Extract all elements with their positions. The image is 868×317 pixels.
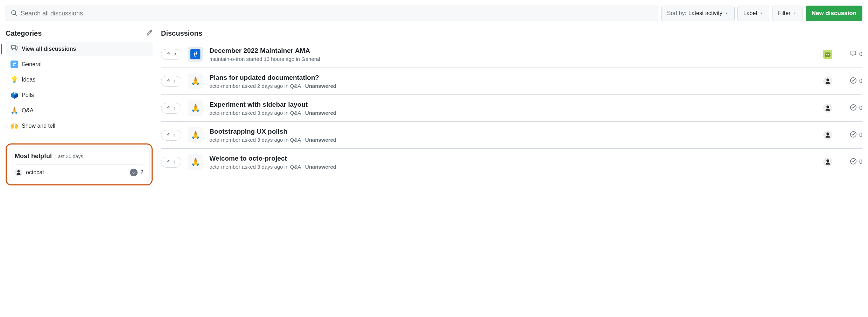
sidebar-item-q-a[interactable]: 🙏Q&A	[6, 104, 153, 118]
arrow-up-icon	[166, 132, 171, 138]
upvote-count: 1	[173, 159, 176, 165]
bulb-icon: 💡	[10, 76, 18, 84]
discussion-title[interactable]: December 2022 Maintainer AMA	[209, 47, 817, 55]
search-icon	[11, 10, 17, 17]
check-circle-icon	[850, 77, 856, 85]
answer-count[interactable]: 0	[846, 158, 862, 166]
categories-heading: Categories	[6, 29, 42, 37]
count-value: 0	[859, 105, 862, 111]
svg-point-7	[826, 160, 829, 162]
sidebar-item-label: View all discussions	[22, 46, 76, 52]
pray-icon: 🙏	[10, 107, 18, 114]
hash-icon: #	[10, 61, 18, 68]
most-helpful-title: Most helpful	[15, 153, 52, 160]
check-circle-icon	[850, 131, 856, 139]
ballot-icon: 🗳️	[10, 91, 18, 99]
author-avatar[interactable]	[823, 77, 832, 86]
author-avatar[interactable]	[823, 50, 832, 59]
upvote-count: 1	[173, 105, 176, 111]
svg-point-3	[828, 54, 830, 55]
discussion-meta: octo-member asked 2 days ago in Q&A · Un…	[209, 83, 817, 89]
discussion-row: 1🙏Experiment with sidebar layoutocto-mem…	[161, 95, 862, 122]
discussion-meta: octo-member asked 3 days ago in Q&A · Un…	[209, 137, 817, 143]
chevron-down-icon	[724, 11, 729, 15]
count-value: 0	[859, 132, 862, 138]
arrow-up-icon	[166, 51, 171, 57]
category-pray-icon: 🙏	[188, 127, 203, 143]
svg-point-4	[826, 79, 829, 82]
svg-point-5	[826, 106, 829, 108]
author-avatar[interactable]	[823, 131, 832, 140]
count-value: 0	[859, 51, 862, 57]
sidebar-item-label: Polls	[22, 92, 34, 98]
discussion-row: 1🙏Bootstrapping UX polishocto-member ask…	[161, 122, 862, 149]
upvote-button[interactable]: 1	[161, 103, 181, 114]
category-pray-icon: 🙏	[188, 73, 203, 89]
most-helpful-panel: Most helpful Last 30 days octocat 2	[6, 143, 153, 185]
upvote-count: 1	[173, 78, 176, 84]
search-box[interactable]	[6, 6, 658, 21]
hands-icon: 🙌	[10, 122, 18, 130]
label-button[interactable]: Label	[737, 6, 769, 21]
arrow-up-icon	[166, 78, 171, 84]
edit-categories-icon[interactable]	[146, 30, 153, 37]
category-pray-icon: 🙏	[188, 100, 203, 116]
discussion-meta: maintain-o-tron started 13 hours ago in …	[209, 56, 817, 62]
check-circle-icon	[850, 104, 856, 112]
answer-count[interactable]: 0	[846, 77, 862, 85]
sort-button[interactable]: Sort by: Latest activity	[661, 6, 735, 21]
comment-count[interactable]: 0	[846, 50, 862, 58]
discussion-title[interactable]: Plans for updated documentation?	[209, 74, 817, 82]
arrow-up-icon	[166, 105, 171, 111]
upvote-button[interactable]: 2	[161, 49, 181, 60]
category-hash-icon: #	[188, 47, 203, 62]
svg-point-0	[18, 170, 20, 172]
sidebar-item-label: Ideas	[22, 77, 35, 83]
sort-label: Sort by:	[667, 10, 686, 16]
count-value: 0	[859, 159, 862, 165]
comment-icon	[850, 50, 856, 58]
answer-count[interactable]: 0	[846, 131, 862, 139]
most-helpful-user[interactable]: octocat	[26, 169, 44, 176]
svg-point-2	[826, 54, 828, 55]
upvote-count: 1	[173, 132, 176, 138]
sidebar-item-show-and-tell[interactable]: 🙌Show and tell	[6, 119, 153, 133]
answer-count[interactable]: 0	[846, 104, 862, 112]
discussion-title[interactable]: Bootstrapping UX polish	[209, 128, 817, 135]
sidebar-item-general[interactable]: #General	[6, 57, 153, 71]
filter-button-text: Filter	[778, 10, 791, 16]
discussion-row: 1🙏Plans for updated documentation?octo-m…	[161, 68, 862, 95]
check-circle-icon	[850, 158, 856, 166]
discussion-title[interactable]: Experiment with sidebar layout	[209, 101, 817, 108]
filter-button[interactable]: Filter	[772, 6, 803, 21]
count-value: 0	[859, 78, 862, 84]
new-discussion-button[interactable]: New discussion	[806, 6, 862, 21]
svg-rect-1	[825, 52, 831, 57]
discussion-row: 1🙏Welcome to octo-projectocto-member ask…	[161, 149, 862, 175]
sort-value: Latest activity	[688, 10, 722, 16]
label-button-text: Label	[743, 10, 757, 16]
upvote-button[interactable]: 1	[161, 157, 181, 168]
discussion-icon	[10, 45, 18, 53]
upvote-button[interactable]: 1	[161, 76, 181, 87]
chevron-down-icon	[793, 11, 797, 15]
discussions-heading: Discussions	[161, 29, 862, 37]
sidebar-item-polls[interactable]: 🗳️Polls	[6, 88, 153, 102]
search-input[interactable]	[21, 10, 653, 17]
most-helpful-subtitle: Last 30 days	[55, 154, 83, 159]
new-discussion-text: New discussion	[812, 10, 856, 17]
chevron-down-icon	[759, 11, 763, 15]
upvote-count: 2	[173, 51, 176, 57]
author-avatar[interactable]	[823, 157, 832, 167]
discussion-meta: octo-member asked 3 days ago in Q&A · Un…	[209, 110, 817, 116]
discussion-meta: octo-member asked 3 days ago in Q&A · Un…	[209, 164, 817, 170]
sidebar-item-view-all-discussions[interactable]: View all discussions	[6, 42, 153, 56]
check-badge-icon	[130, 169, 138, 176]
sidebar-item-ideas[interactable]: 💡Ideas	[6, 73, 153, 87]
svg-point-6	[826, 133, 829, 135]
sidebar-item-label: General	[22, 61, 42, 68]
category-pray-icon: 🙏	[188, 154, 203, 170]
author-avatar[interactable]	[823, 104, 832, 113]
upvote-button[interactable]: 1	[161, 130, 181, 141]
discussion-title[interactable]: Welcome to octo-project	[209, 155, 817, 162]
